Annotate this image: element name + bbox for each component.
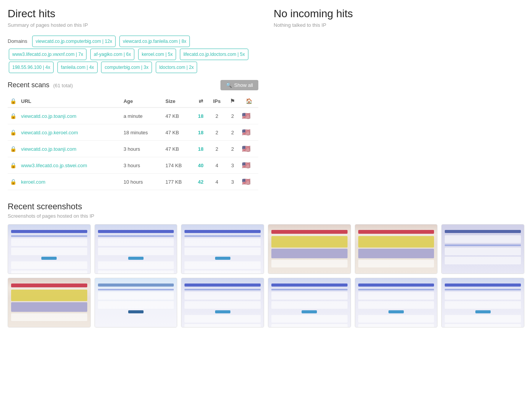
screenshot-thumb[interactable] (181, 224, 264, 274)
show-all-label: Show all (234, 82, 253, 88)
row-url[interactable]: viewcatd.co.jp.toanji.com (19, 108, 121, 124)
table-row: 🔒 viewcatd.co.jp.toanji.com a minute 47 … (8, 108, 258, 124)
recent-scans-heading: Recent scans (61 total) (8, 81, 73, 89)
screenshot-thumb[interactable] (8, 224, 91, 274)
row-url[interactable]: viewcatd.co.jp.keroel.com (19, 124, 121, 141)
col-url: URL (19, 95, 121, 108)
domain-tag[interactable]: lifecatd.co.jp.ldoctors.com | 5x (180, 49, 248, 60)
screenshot-thumb[interactable] (355, 224, 438, 274)
url-link[interactable]: viewcatd.co.jp.keroel.com (21, 130, 78, 135)
row-hits: 40 (193, 157, 208, 174)
screenshots-subtitle: Screenshots of pages hosted on this IP (8, 213, 524, 219)
row-flags: 3 (225, 157, 239, 174)
row-size: 47 KB (163, 124, 193, 141)
table-row: 🔒 keroel.com 10 hours 177 KB 42 4 3 🇺🇸 (8, 174, 258, 190)
recent-scans-title: Recent scans (8, 81, 49, 89)
lock-icon: 🔒 (10, 129, 16, 135)
domain-tag[interactable]: keroel.com | 5x (138, 49, 176, 60)
url-link[interactable]: keroel.com (21, 179, 46, 185)
screenshot-thumb[interactable] (95, 224, 178, 274)
search-icon: 🔍 (226, 82, 232, 88)
domain-tag[interactable]: 198.55.96.100 | 4x (9, 62, 54, 73)
row-hits: 18 (193, 141, 208, 157)
domain-tag[interactable]: af-yagiko.com | 6x (90, 49, 134, 60)
col-ips: IPs (208, 95, 226, 108)
row-ips: 2 (208, 141, 226, 157)
direct-hits-subtitle: Summary of pages hosted on this IP (8, 22, 258, 28)
row-age: 18 minutes (121, 124, 163, 141)
row-flag-emoji: 🇺🇸 (240, 157, 258, 174)
domain-tag[interactable]: fanleila.com | 4x (57, 62, 98, 73)
lock-icon: 🔒 (10, 162, 16, 168)
row-hits: 42 (193, 174, 208, 190)
row-flags: 2 (225, 141, 239, 157)
domain-tag[interactable]: ldoctors.com | 2x (156, 62, 197, 73)
row-url[interactable]: viewcatd.co.jp.toanji.com (19, 141, 121, 157)
table-row: 🔒 viewcatd.co.jp.toanji.com 3 hours 47 K… (8, 141, 258, 157)
no-incoming-subtitle: Nothing talked to this IP (274, 22, 524, 28)
domain-tag[interactable]: computerbig.com | 3x (101, 62, 152, 73)
screenshot-thumb[interactable] (95, 278, 178, 328)
row-size: 47 KB (163, 141, 193, 157)
row-size: 47 KB (163, 108, 193, 124)
url-link[interactable]: viewcatd.co.jp.toanji.com (21, 146, 77, 152)
col-home: 🏠 (240, 95, 258, 108)
screenshot-thumb[interactable] (181, 278, 264, 328)
direct-hits-title: Direct hits (8, 8, 258, 20)
domains-section: Domains viewcatd.co.jp.computerbig.com |… (8, 35, 258, 74)
screenshots-title: Recent screenshots (8, 202, 524, 212)
row-url[interactable]: www3.lifecatd.co.jp.stwei.com (19, 157, 121, 174)
row-lock: 🔒 (8, 108, 19, 124)
row-hits: 18 (193, 124, 208, 141)
row-age: a minute (121, 108, 163, 124)
row-ips: 4 (208, 174, 226, 190)
col-flags: ⚑ (225, 95, 239, 108)
lock-icon: 🔒 (10, 113, 16, 119)
screenshot-thumb[interactable] (441, 224, 524, 274)
row-hits: 18 (193, 108, 208, 124)
domain-tag[interactable]: viewcatd.co.jp.computerbig.com | 12x (32, 36, 116, 47)
lock-icon: 🔒 (10, 146, 16, 152)
row-ips: 2 (208, 124, 226, 141)
domain-tag[interactable]: www3.lifecatd.co.jp.vwxnf.com | 7x (9, 49, 86, 60)
screenshot-thumb[interactable] (268, 278, 351, 328)
screenshots-grid (8, 224, 524, 328)
row-flags: 2 (225, 124, 239, 141)
url-link[interactable]: viewcatd.co.jp.toanji.com (21, 113, 77, 119)
col-lock: 🔒 (8, 95, 19, 108)
screenshot-thumb[interactable] (268, 224, 351, 274)
col-size: Size (163, 95, 193, 108)
table-row: 🔒 www3.lifecatd.co.jp.stwei.com 3 hours … (8, 157, 258, 174)
row-age: 3 hours (121, 157, 163, 174)
screenshot-thumb[interactable] (355, 278, 438, 328)
row-ips: 4 (208, 157, 226, 174)
row-flag-emoji: 🇺🇸 (240, 174, 258, 190)
show-all-button[interactable]: 🔍 Show all (220, 80, 258, 90)
row-flag-emoji: 🇺🇸 (240, 141, 258, 157)
row-flag-emoji: 🇺🇸 (240, 108, 258, 124)
row-flags: 3 (225, 174, 239, 190)
lock-icon: 🔒 (10, 179, 16, 185)
screenshots-section: Recent screenshots Screenshots of pages … (8, 202, 524, 328)
row-ips: 2 (208, 108, 226, 124)
row-lock: 🔒 (8, 157, 19, 174)
row-size: 174 KB (163, 157, 193, 174)
total-count: (61 total) (53, 83, 73, 88)
col-age: Age (121, 95, 163, 108)
domain-tag[interactable]: viewcard.co.jp.fanleila.com | 8x (119, 36, 190, 47)
no-incoming-title: No incoming hits (274, 8, 524, 20)
recent-scans-table: 🔒 URL Age Size ⇄ IPs ⚑ 🏠 🔒 viewcatd.co.j… (8, 95, 258, 190)
row-lock: 🔒 (8, 124, 19, 141)
row-lock: 🔒 (8, 141, 19, 157)
row-age: 3 hours (121, 141, 163, 157)
url-link[interactable]: www3.lifecatd.co.jp.stwei.com (21, 163, 87, 168)
table-row: 🔒 viewcatd.co.jp.keroel.com 18 minutes 4… (8, 124, 258, 141)
row-flag-emoji: 🇺🇸 (240, 124, 258, 141)
col-hits: ⇄ (193, 95, 208, 108)
screenshot-thumb[interactable] (8, 278, 91, 328)
domains-label: Domains (8, 38, 27, 44)
row-url[interactable]: keroel.com (19, 174, 121, 190)
row-flags: 2 (225, 108, 239, 124)
screenshot-thumb[interactable] (441, 278, 524, 328)
row-size: 177 KB (163, 174, 193, 190)
